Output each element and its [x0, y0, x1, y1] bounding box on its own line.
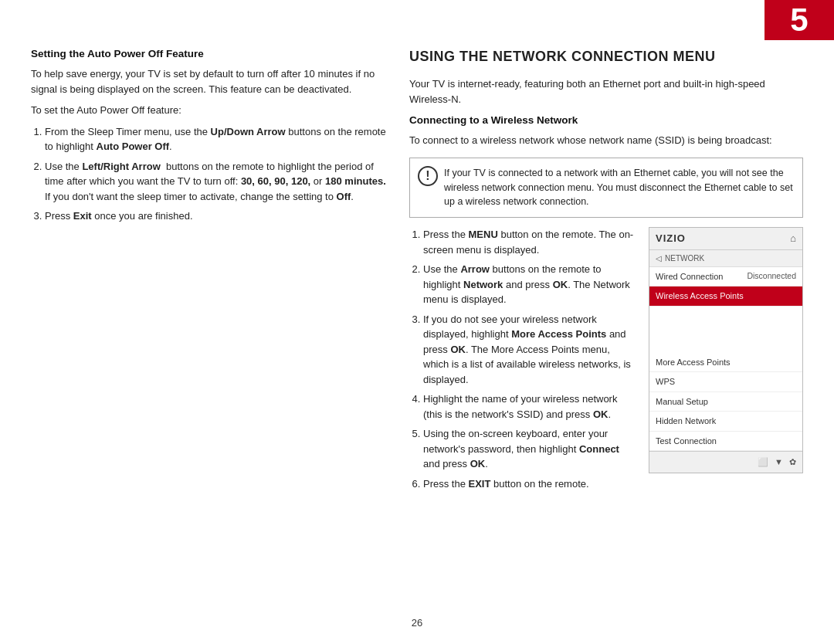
footer-icon-3: ✿ — [789, 456, 796, 469]
home-icon: ⌂ — [790, 231, 796, 246]
list-item: Press Exit once you are finished. — [45, 208, 386, 224]
wps-label: WPS — [656, 375, 675, 388]
warning-icon: ! — [418, 166, 438, 186]
left-steps-list: From the Sleep Timer menu, use the Up/Do… — [31, 124, 386, 224]
wireless-label: Wireless Access Points — [656, 290, 744, 303]
list-item: Use the Left/Right Arrow buttons on the … — [45, 159, 386, 205]
test-label: Test Connection — [656, 435, 717, 448]
right-section-title: USING THE NETWORK CONNECTION MENU — [409, 46, 803, 67]
r-step-1: Press the MENU button on the remote. The… — [423, 229, 633, 256]
r-step-4: Highlight the name of your wireless netw… — [423, 393, 617, 420]
tv-footer: ⬜ ▼ ✿ — [649, 451, 802, 473]
r-step-3: If you do not see your wireless network … — [423, 314, 631, 385]
right-intro: Your TV is internet-ready, featuring bot… — [409, 76, 803, 107]
step-1-text: From the Sleep Timer menu, use the Up/Do… — [45, 126, 386, 153]
left-intro: To help save energy, your TV is set by d… — [31, 66, 386, 97]
r-step-5: Using the on-screen keyboard, enter your… — [423, 428, 619, 469]
tv-empty-area — [649, 307, 802, 353]
left-instruction: To set the Auto Power Off feature: — [31, 103, 386, 118]
tv-row-more: More Access Points — [649, 353, 802, 373]
tv-logo: VIZIO — [656, 231, 686, 246]
tv-row-wired: Wired Connection Disconnected — [649, 267, 802, 287]
manual-label: Manual Setup — [656, 395, 708, 408]
step-3-text: Press Exit once you are finished. — [45, 210, 193, 222]
tv-row-wireless: Wireless Access Points — [649, 286, 802, 307]
tv-content: Wired Connection Disconnected Wireless A… — [649, 267, 802, 452]
right-subsection-intro: To connect to a wireless network whose n… — [409, 133, 803, 148]
tv-row-wps: WPS — [649, 372, 802, 392]
list-item: Press the EXIT button on the remote. — [423, 476, 803, 492]
right-steps-area: VIZIO ⌂ ◁ NETWORK Wired Connection Disco… — [409, 227, 803, 491]
wired-label: Wired Connection — [656, 270, 723, 283]
tv-top-bar: VIZIO ⌂ — [649, 228, 802, 250]
step-2-text: Use the Left/Right Arrow buttons on the … — [45, 161, 386, 202]
more-label: More Access Points — [656, 356, 731, 369]
main-content: Setting the Auto Power Off Feature To he… — [0, 0, 834, 528]
tv-breadcrumb: ◁ NETWORK — [649, 250, 802, 267]
tv-row-test: Test Connection — [649, 432, 802, 452]
footer-icon-1: ⬜ — [758, 456, 768, 469]
r-step-2: Use the Arrow buttons on the remote to h… — [423, 263, 630, 305]
wired-value: Disconnected — [747, 270, 796, 283]
page-number: 5 — [790, 2, 808, 39]
breadcrumb-text: NETWORK — [665, 253, 704, 264]
hidden-label: Hidden Network — [656, 415, 716, 428]
r-step-6: Press the EXIT button on the remote. — [423, 478, 589, 490]
right-column: USING THE NETWORK CONNECTION MENU Your T… — [409, 46, 803, 497]
tv-row-manual: Manual Setup — [649, 392, 802, 412]
breadcrumb-arrow: ◁ — [656, 253, 662, 264]
list-item: From the Sleep Timer menu, use the Up/Do… — [45, 124, 386, 154]
footer-icon-2: ▼ — [775, 456, 783, 469]
footer-page-number: 26 — [412, 617, 422, 629]
warning-box: ! If your TV is connected to a network w… — [409, 158, 803, 218]
right-subsection-title: Connecting to a Wireless Network — [409, 113, 803, 128]
page-header: 5 — [764, 0, 834, 40]
left-column: Setting the Auto Power Off Feature To he… — [31, 46, 386, 497]
tv-mockup: VIZIO ⌂ ◁ NETWORK Wired Connection Disco… — [649, 227, 803, 473]
warning-text: If your TV is connected to a network wit… — [444, 168, 793, 208]
page-footer: 26 — [0, 617, 834, 629]
tv-row-hidden: Hidden Network — [649, 412, 802, 432]
left-subsection-title: Setting the Auto Power Off Feature — [31, 46, 386, 62]
